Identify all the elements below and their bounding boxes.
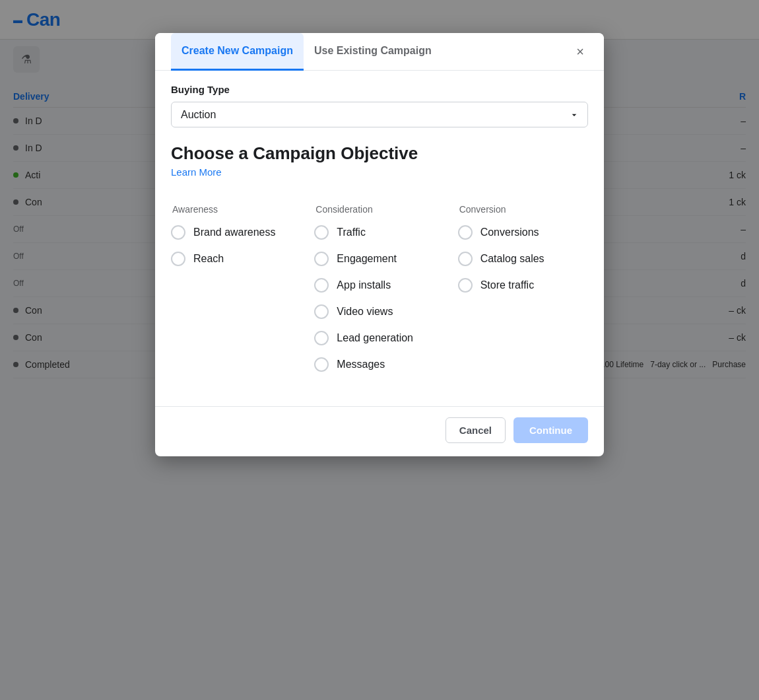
consideration-column: Consideration Traffic Engagement App ins… [314,204,444,384]
buying-type-label: Buying Type [171,84,588,95]
awareness-column-label: Awareness [171,204,301,215]
objective-option-conversions[interactable]: Conversions [458,225,588,240]
objective-option-store-traffic[interactable]: Store traffic [458,278,588,293]
radio-catalog-sales [458,252,473,266]
objective-title: Choose a Campaign Objective [171,143,588,164]
objective-option-app-installs[interactable]: App installs [314,278,444,293]
tab-create-new-campaign[interactable]: Create New Campaign [171,33,304,71]
radio-messages [314,357,329,372]
brand-awareness-label: Brand awareness [193,226,276,240]
objective-option-brand-awareness[interactable]: Brand awareness [171,225,301,240]
radio-store-traffic [458,278,473,293]
modal-body: Buying Type Auction Reach and Frequency … [155,71,604,400]
radio-traffic [314,225,329,240]
buying-type-select[interactable]: Auction Reach and Frequency TRP Buying [171,102,588,127]
conversions-label: Conversions [480,226,539,240]
reach-label: Reach [193,252,224,266]
store-traffic-label: Store traffic [480,279,535,293]
conversion-column: Conversion Conversions Catalog sales Sto… [458,204,588,384]
app-installs-label: App installs [337,279,391,293]
lead-generation-label: Lead generation [337,332,413,345]
modal-footer: Cancel Continue [155,406,604,456]
radio-app-installs [314,278,329,293]
learn-more-link[interactable]: Learn More [171,166,222,178]
objective-option-catalog-sales[interactable]: Catalog sales [458,252,588,266]
campaign-modal: Create New Campaign Use Existing Campaig… [155,33,604,456]
radio-reach [171,252,185,266]
awareness-column: Awareness Brand awareness Reach [171,204,301,384]
radio-engagement [314,252,329,266]
catalog-sales-label: Catalog sales [480,252,544,266]
engagement-label: Engagement [337,252,397,266]
messages-label: Messages [337,358,385,372]
traffic-label: Traffic [337,226,366,240]
objective-option-lead-generation[interactable]: Lead generation [314,331,444,345]
cancel-button[interactable]: Cancel [446,417,506,443]
modal-tabs: Create New Campaign Use Existing Campaig… [155,33,604,71]
consideration-column-label: Consideration [314,204,444,215]
objective-option-messages[interactable]: Messages [314,357,444,372]
modal-overlay: Create New Campaign Use Existing Campaig… [0,0,759,700]
radio-brand-awareness [171,225,185,240]
video-views-label: Video views [337,305,393,319]
objective-grid: Awareness Brand awareness Reach Consider… [171,204,588,384]
objective-option-engagement[interactable]: Engagement [314,252,444,266]
radio-lead-generation [314,331,329,345]
continue-button[interactable]: Continue [513,417,588,443]
radio-conversions [458,225,473,240]
objective-option-traffic[interactable]: Traffic [314,225,444,240]
close-button[interactable]: × [570,41,591,62]
tab-use-existing-campaign[interactable]: Use Existing Campaign [304,33,442,71]
objective-option-reach[interactable]: Reach [171,252,301,266]
conversion-column-label: Conversion [458,204,588,215]
radio-video-views [314,304,329,319]
objective-option-video-views[interactable]: Video views [314,304,444,319]
